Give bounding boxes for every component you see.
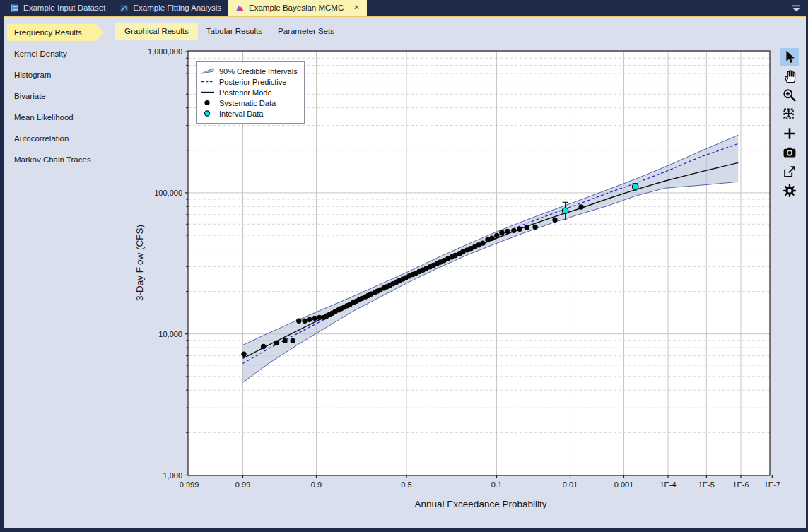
- systematic-data-point: [524, 225, 529, 230]
- active-tab-accent-line: [0, 16, 808, 17]
- systematic-data-point: [302, 319, 307, 324]
- application-window: { "window": { "tabs": [ {"label": "Examp…: [0, 0, 808, 532]
- systematic-data-point: [282, 338, 287, 343]
- snapshot-tool-button[interactable]: [780, 143, 799, 162]
- tab-graphical-results[interactable]: Graphical Results: [115, 23, 198, 40]
- document-tab-bar: Example Input Dataset Example Fitting An…: [0, 0, 808, 16]
- systematic-data-point: [517, 227, 522, 232]
- systematic-data-point: [296, 319, 301, 324]
- dashed-blue-line-icon: [201, 78, 215, 85]
- sidebar-item-markov-chain-traces[interactable]: Markov Chain Traces: [7, 151, 104, 168]
- legend-item-posterior-predictive: Posterior Predictive: [201, 76, 298, 87]
- pointer-tool-button[interactable]: [780, 48, 799, 66]
- sidebar-item-histogram[interactable]: Histogram: [7, 66, 104, 83]
- x-axis-label: Annual Exceedance Probability: [297, 499, 664, 509]
- legend-item-credible-intervals: 90% Credible Intervals: [201, 66, 298, 76]
- x-tick-label: 0.01: [563, 480, 578, 489]
- tab-parameter-sets[interactable]: Parameter Sets: [271, 23, 341, 40]
- zoom-extents-icon: [782, 107, 797, 122]
- cyan-dot-icon: [201, 110, 215, 117]
- legend-item-systematic-data: Systematic Data: [201, 97, 298, 108]
- results-subtabs: Graphical Results Tabular Results Parame…: [108, 20, 341, 42]
- systematic-data-point: [307, 317, 312, 322]
- sidebar-item-kernel-density[interactable]: Kernel Density: [7, 45, 104, 62]
- tab-label: Example Fitting Analysis: [133, 4, 221, 12]
- zoom-extents-tool-button[interactable]: [780, 105, 799, 124]
- tab-label: Example Bayesian MCMC: [249, 4, 344, 12]
- systematic-data-point: [241, 352, 246, 357]
- legend-item-posterior-mode: Posterior Mode: [201, 87, 298, 97]
- systematic-data-point: [261, 344, 266, 349]
- x-tick-label: 0.5: [401, 480, 411, 489]
- close-icon[interactable]: ✕: [353, 4, 359, 11]
- fitting-analysis-icon: [119, 4, 129, 13]
- x-tick-label: 0.9: [311, 480, 322, 489]
- pan-tool-button[interactable]: [780, 67, 799, 85]
- plus-icon: [782, 126, 797, 141]
- systematic-data-point: [274, 341, 279, 345]
- systematic-data-point: [532, 225, 537, 230]
- sidebar-item-frequency-results[interactable]: Frequency Results: [7, 24, 104, 41]
- tab-example-fitting-analysis[interactable]: Example Fitting Analysis: [112, 0, 228, 16]
- x-tick-label: 0.999: [180, 480, 199, 489]
- systematic-data-point: [494, 233, 499, 238]
- legend-item-interval-data: Interval Data: [201, 108, 298, 119]
- x-tick-label: 0.99: [235, 480, 250, 489]
- dataset-icon: [10, 4, 19, 13]
- x-tick-label: 1E-6: [732, 480, 749, 489]
- camera-icon: [782, 145, 797, 160]
- systematic-data-point: [480, 240, 485, 245]
- tab-tabular-results[interactable]: Tabular Results: [199, 23, 269, 40]
- add-tool-button[interactable]: [780, 124, 799, 143]
- sidebar-item-mean-likelihood[interactable]: Mean Likelihood: [7, 109, 104, 126]
- settings-tool-button[interactable]: [780, 182, 799, 200]
- tab-list-icon[interactable]: [790, 2, 802, 14]
- plot-toolbar: [780, 48, 800, 200]
- systematic-data-point: [489, 236, 494, 241]
- systematic-data-point: [499, 230, 504, 235]
- y-tick-label: 100,000: [154, 189, 182, 197]
- systematic-data-point: [312, 316, 317, 321]
- x-tick-label: 0.1: [491, 480, 502, 489]
- export-tool-button[interactable]: [780, 162, 799, 181]
- y-tick-label: 10,000: [158, 330, 182, 338]
- solid-black-line-icon: [201, 88, 215, 96]
- bayesian-mcmc-icon: [235, 4, 245, 13]
- interval-data-point: [562, 208, 568, 214]
- y-tick-label: 1,000,000: [148, 47, 182, 56]
- sidebar-item-bivariate[interactable]: Bivariate: [7, 88, 104, 105]
- black-dot-icon: [201, 99, 215, 107]
- systematic-data-point: [511, 228, 516, 233]
- x-tick-label: 1E-4: [660, 480, 676, 489]
- sidebar-item-autocorrelation[interactable]: Autocorrelation: [7, 130, 104, 147]
- x-tick-label: 0.001: [614, 480, 634, 489]
- tab-label: Example Input Dataset: [23, 4, 105, 12]
- band-swatch-icon: [201, 67, 215, 75]
- gear-icon: [782, 183, 797, 199]
- systematic-data-point: [578, 204, 583, 209]
- pan-hand-icon: [782, 69, 797, 84]
- systematic-data-point: [505, 229, 510, 234]
- y-tick-label: 1,000: [163, 471, 182, 480]
- zoom-tool-button[interactable]: [780, 86, 799, 105]
- tab-example-input-dataset[interactable]: Example Input Dataset: [3, 0, 112, 16]
- x-tick-label: 1E-5: [698, 480, 715, 489]
- results-sidebar: Frequency Results Kernel Density Histogr…: [4, 17, 107, 528]
- pointer-icon: [782, 49, 797, 65]
- tab-example-bayesian-mcmc[interactable]: Example Bayesian MCMC ✕: [228, 0, 367, 16]
- export-icon: [782, 164, 797, 179]
- interval-data-point: [632, 184, 638, 190]
- plot-legend: 90% Credible Intervals Posterior Predict…: [196, 61, 305, 124]
- systematic-data-point: [552, 218, 557, 223]
- zoom-in-icon: [782, 88, 797, 103]
- x-tick-label: 1E-7: [764, 480, 780, 489]
- systematic-data-point: [290, 338, 295, 343]
- y-axis-label: 3-Day Flow (CFS): [134, 225, 145, 301]
